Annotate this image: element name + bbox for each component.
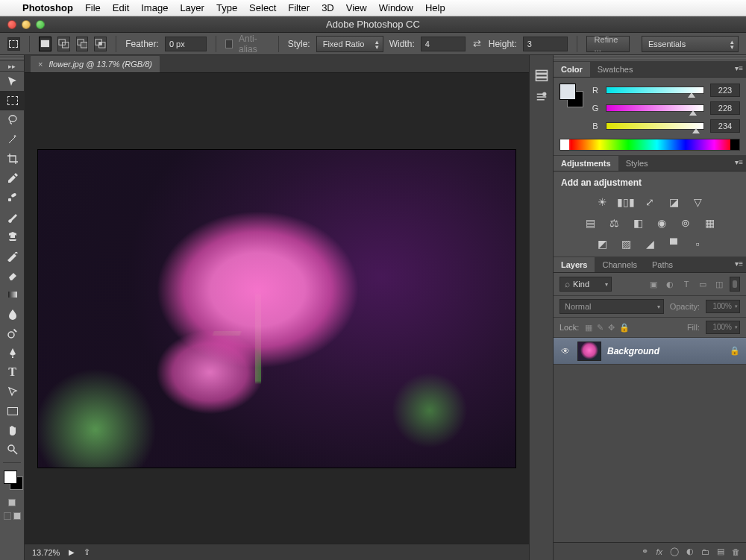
style-select[interactable]: Fixed Ratio — [316, 36, 383, 52]
document-canvas[interactable] — [25, 73, 529, 544]
menu-view[interactable]: View — [346, 2, 367, 13]
menu-3d[interactable]: 3D — [322, 2, 334, 13]
color-balance-icon[interactable]: ⚖ — [606, 216, 621, 230]
menu-image[interactable]: Image — [141, 2, 168, 13]
delete-layer-icon[interactable]: 🗑 — [732, 547, 740, 556]
tab-color[interactable]: Color — [554, 62, 590, 77]
layer-lock-icon[interactable]: 🔒 — [730, 346, 740, 356]
magic-wand-tool[interactable] — [0, 130, 25, 149]
b-slider[interactable] — [606, 122, 704, 130]
brightness-contrast-icon[interactable]: ☀ — [595, 195, 609, 209]
foreground-color[interactable] — [4, 471, 17, 484]
layers-panel-menu-icon[interactable]: ▾≡ — [735, 259, 743, 268]
layer-fx-icon[interactable]: fx — [656, 547, 662, 556]
workspace-select[interactable]: Essentials — [642, 36, 739, 52]
history-brush-tool[interactable] — [0, 246, 25, 265]
link-layers-icon[interactable]: ⚭ — [642, 547, 648, 556]
lock-pixels-icon[interactable]: ✎ — [597, 323, 604, 333]
tab-adjustments[interactable]: Adjustments — [554, 156, 618, 171]
status-menu-icon[interactable]: ▶ — [69, 548, 75, 556]
lock-all-icon[interactable]: 🔒 — [619, 323, 630, 333]
filter-adjust-icon[interactable]: ◐ — [664, 278, 676, 290]
g-value[interactable]: 228 — [710, 101, 740, 115]
tools-expand-icon[interactable]: ▸▸ — [0, 61, 24, 72]
new-group-icon[interactable]: 🗀 — [701, 547, 709, 556]
window-minimize-button[interactable] — [22, 20, 31, 29]
tools-grip[interactable] — [0, 55, 24, 61]
levels-icon[interactable]: ▮▯▮ — [618, 195, 633, 209]
history-panel-icon[interactable] — [534, 70, 549, 82]
g-slider[interactable] — [606, 104, 704, 112]
status-share-icon[interactable]: ⇪ — [84, 547, 90, 557]
lock-transparency-icon[interactable]: ▦ — [585, 323, 592, 333]
layer-name[interactable]: Background — [607, 346, 724, 356]
feather-input[interactable] — [165, 37, 207, 51]
healing-brush-tool[interactable] — [0, 188, 25, 207]
lock-position-icon[interactable]: ✥ — [608, 323, 615, 333]
foreground-background-swatch[interactable] — [0, 469, 25, 496]
menu-window[interactable]: Window — [379, 2, 413, 13]
properties-panel-icon[interactable] — [534, 91, 549, 103]
pen-tool[interactable] — [0, 343, 25, 362]
hand-tool[interactable] — [0, 421, 25, 440]
selection-new-icon[interactable] — [39, 37, 51, 51]
current-tool-preset[interactable] — [7, 37, 20, 51]
bw-icon[interactable]: ◧ — [630, 216, 645, 230]
layer-mask-icon[interactable]: ◯ — [670, 547, 679, 556]
lasso-tool[interactable] — [0, 110, 25, 130]
selective-color-icon[interactable]: ▫ — [690, 237, 705, 251]
posterize-icon[interactable]: ▨ — [618, 237, 633, 251]
zoom-level[interactable]: 13.72% — [32, 548, 60, 557]
screenmode-toggle[interactable] — [0, 509, 24, 523]
new-layer-icon[interactable]: ▤ — [717, 547, 724, 556]
selection-add-icon[interactable] — [57, 37, 70, 51]
tab-channels[interactable]: Channels — [595, 257, 644, 272]
window-close-button[interactable] — [7, 20, 16, 29]
menu-edit[interactable]: Edit — [113, 2, 129, 13]
tab-swatches[interactable]: Swatches — [590, 62, 641, 77]
filter-smart-icon[interactable]: ◫ — [713, 278, 725, 290]
panel-grip[interactable] — [554, 55, 746, 61]
type-tool[interactable]: T — [0, 362, 25, 382]
color-spectrum[interactable] — [560, 139, 740, 151]
tab-styles[interactable]: Styles — [618, 156, 656, 171]
selection-subtract-icon[interactable] — [76, 37, 89, 51]
channel-mixer-icon[interactable]: ⊚ — [678, 216, 693, 230]
menu-photoshop[interactable]: Photoshop — [22, 2, 73, 13]
filter-shape-icon[interactable]: ▭ — [697, 278, 709, 290]
mini-foreground[interactable] — [560, 84, 576, 100]
menu-file[interactable]: File — [85, 2, 101, 13]
menu-select[interactable]: Select — [249, 2, 276, 13]
threshold-icon[interactable]: ◢ — [642, 237, 657, 251]
gradient-tool[interactable] — [0, 285, 25, 304]
filter-type-icon[interactable]: T — [680, 278, 692, 290]
move-tool[interactable] — [0, 72, 25, 91]
window-zoom-button[interactable] — [36, 20, 45, 29]
curves-icon[interactable]: ⤢ — [642, 195, 657, 209]
quickmask-toggle[interactable] — [0, 496, 24, 509]
menu-layer[interactable]: Layer — [180, 2, 204, 13]
vibrance-icon[interactable]: ▽ — [690, 195, 705, 209]
zoom-tool[interactable] — [0, 440, 25, 459]
rectangle-tool[interactable] — [0, 401, 25, 421]
filter-toggle[interactable] — [730, 277, 740, 292]
menu-type[interactable]: Type — [216, 2, 237, 13]
width-input[interactable] — [421, 37, 466, 51]
close-icon[interactable]: × — [38, 60, 43, 69]
tab-paths[interactable]: Paths — [645, 257, 680, 272]
menu-help[interactable]: Help — [425, 2, 445, 13]
eyedropper-tool[interactable] — [0, 169, 25, 188]
crop-tool[interactable] — [0, 149, 25, 169]
r-value[interactable]: 223 — [710, 84, 740, 97]
eraser-tool[interactable] — [0, 265, 25, 285]
opacity-input[interactable]: 100% — [706, 300, 740, 313]
color-lookup-icon[interactable]: ▦ — [702, 216, 717, 230]
selection-intersect-icon[interactable] — [94, 37, 107, 51]
document-tab[interactable]: × flower.jpg @ 13.7% (RGB/8) — [31, 56, 160, 72]
layer-row[interactable]: 👁 Background 🔒 — [554, 338, 746, 365]
height-input[interactable] — [523, 37, 568, 51]
blur-tool[interactable] — [0, 304, 25, 324]
adjustments-panel-menu-icon[interactable]: ▾≡ — [735, 158, 743, 166]
swap-dimensions-icon[interactable]: ⇄ — [471, 38, 483, 49]
color-swatch-mini[interactable] — [560, 84, 583, 109]
